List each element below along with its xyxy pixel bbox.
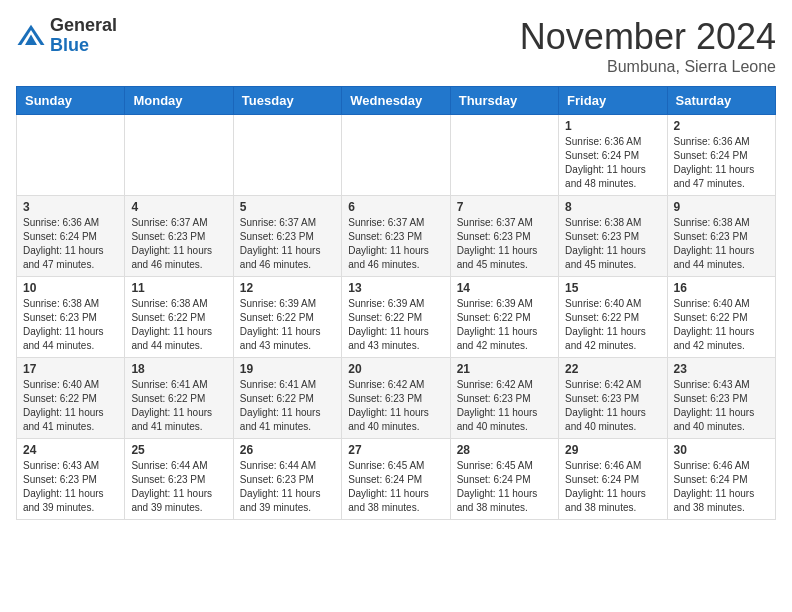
page-header: General Blue November 2024 Bumbuna, Sier…	[16, 16, 776, 76]
day-info: Sunrise: 6:41 AM Sunset: 6:22 PM Dayligh…	[131, 378, 226, 434]
day-cell: 2Sunrise: 6:36 AM Sunset: 6:24 PM Daylig…	[667, 115, 775, 196]
day-cell: 20Sunrise: 6:42 AM Sunset: 6:23 PM Dayli…	[342, 358, 450, 439]
day-info: Sunrise: 6:44 AM Sunset: 6:23 PM Dayligh…	[240, 459, 335, 515]
day-info: Sunrise: 6:37 AM Sunset: 6:23 PM Dayligh…	[240, 216, 335, 272]
logo-icon	[16, 21, 46, 51]
week-row-5: 24Sunrise: 6:43 AM Sunset: 6:23 PM Dayli…	[17, 439, 776, 520]
weekday-header-monday: Monday	[125, 87, 233, 115]
day-cell: 10Sunrise: 6:38 AM Sunset: 6:23 PM Dayli…	[17, 277, 125, 358]
day-cell: 5Sunrise: 6:37 AM Sunset: 6:23 PM Daylig…	[233, 196, 341, 277]
day-number: 23	[674, 362, 769, 376]
weekday-header-thursday: Thursday	[450, 87, 558, 115]
day-number: 30	[674, 443, 769, 457]
day-number: 7	[457, 200, 552, 214]
day-info: Sunrise: 6:44 AM Sunset: 6:23 PM Dayligh…	[131, 459, 226, 515]
day-cell	[233, 115, 341, 196]
weekday-header-friday: Friday	[559, 87, 667, 115]
day-number: 25	[131, 443, 226, 457]
logo-general: General	[50, 15, 117, 35]
day-cell: 24Sunrise: 6:43 AM Sunset: 6:23 PM Dayli…	[17, 439, 125, 520]
day-info: Sunrise: 6:43 AM Sunset: 6:23 PM Dayligh…	[674, 378, 769, 434]
day-cell: 9Sunrise: 6:38 AM Sunset: 6:23 PM Daylig…	[667, 196, 775, 277]
weekday-header-row: SundayMondayTuesdayWednesdayThursdayFrid…	[17, 87, 776, 115]
day-cell	[17, 115, 125, 196]
day-info: Sunrise: 6:37 AM Sunset: 6:23 PM Dayligh…	[131, 216, 226, 272]
day-cell: 3Sunrise: 6:36 AM Sunset: 6:24 PM Daylig…	[17, 196, 125, 277]
day-cell: 12Sunrise: 6:39 AM Sunset: 6:22 PM Dayli…	[233, 277, 341, 358]
day-number: 12	[240, 281, 335, 295]
weekday-header-sunday: Sunday	[17, 87, 125, 115]
day-number: 24	[23, 443, 118, 457]
day-cell	[450, 115, 558, 196]
day-info: Sunrise: 6:37 AM Sunset: 6:23 PM Dayligh…	[457, 216, 552, 272]
day-number: 18	[131, 362, 226, 376]
day-info: Sunrise: 6:45 AM Sunset: 6:24 PM Dayligh…	[457, 459, 552, 515]
weekday-header-saturday: Saturday	[667, 87, 775, 115]
day-cell: 15Sunrise: 6:40 AM Sunset: 6:22 PM Dayli…	[559, 277, 667, 358]
week-row-4: 17Sunrise: 6:40 AM Sunset: 6:22 PM Dayli…	[17, 358, 776, 439]
day-number: 28	[457, 443, 552, 457]
day-info: Sunrise: 6:38 AM Sunset: 6:22 PM Dayligh…	[131, 297, 226, 353]
day-info: Sunrise: 6:45 AM Sunset: 6:24 PM Dayligh…	[348, 459, 443, 515]
day-info: Sunrise: 6:40 AM Sunset: 6:22 PM Dayligh…	[565, 297, 660, 353]
day-info: Sunrise: 6:46 AM Sunset: 6:24 PM Dayligh…	[674, 459, 769, 515]
day-cell: 16Sunrise: 6:40 AM Sunset: 6:22 PM Dayli…	[667, 277, 775, 358]
day-cell: 14Sunrise: 6:39 AM Sunset: 6:22 PM Dayli…	[450, 277, 558, 358]
day-cell: 6Sunrise: 6:37 AM Sunset: 6:23 PM Daylig…	[342, 196, 450, 277]
day-cell: 8Sunrise: 6:38 AM Sunset: 6:23 PM Daylig…	[559, 196, 667, 277]
day-number: 5	[240, 200, 335, 214]
day-number: 27	[348, 443, 443, 457]
day-cell: 28Sunrise: 6:45 AM Sunset: 6:24 PM Dayli…	[450, 439, 558, 520]
week-row-2: 3Sunrise: 6:36 AM Sunset: 6:24 PM Daylig…	[17, 196, 776, 277]
day-info: Sunrise: 6:36 AM Sunset: 6:24 PM Dayligh…	[674, 135, 769, 191]
day-number: 13	[348, 281, 443, 295]
calendar-table: SundayMondayTuesdayWednesdayThursdayFrid…	[16, 86, 776, 520]
day-cell: 11Sunrise: 6:38 AM Sunset: 6:22 PM Dayli…	[125, 277, 233, 358]
title-block: November 2024 Bumbuna, Sierra Leone	[520, 16, 776, 76]
day-info: Sunrise: 6:42 AM Sunset: 6:23 PM Dayligh…	[565, 378, 660, 434]
day-cell: 25Sunrise: 6:44 AM Sunset: 6:23 PM Dayli…	[125, 439, 233, 520]
day-info: Sunrise: 6:39 AM Sunset: 6:22 PM Dayligh…	[348, 297, 443, 353]
day-number: 6	[348, 200, 443, 214]
day-number: 20	[348, 362, 443, 376]
week-row-3: 10Sunrise: 6:38 AM Sunset: 6:23 PM Dayli…	[17, 277, 776, 358]
day-info: Sunrise: 6:40 AM Sunset: 6:22 PM Dayligh…	[674, 297, 769, 353]
day-info: Sunrise: 6:39 AM Sunset: 6:22 PM Dayligh…	[240, 297, 335, 353]
day-number: 16	[674, 281, 769, 295]
day-info: Sunrise: 6:40 AM Sunset: 6:22 PM Dayligh…	[23, 378, 118, 434]
day-info: Sunrise: 6:42 AM Sunset: 6:23 PM Dayligh…	[457, 378, 552, 434]
day-cell: 19Sunrise: 6:41 AM Sunset: 6:22 PM Dayli…	[233, 358, 341, 439]
week-row-1: 1Sunrise: 6:36 AM Sunset: 6:24 PM Daylig…	[17, 115, 776, 196]
day-cell: 29Sunrise: 6:46 AM Sunset: 6:24 PM Dayli…	[559, 439, 667, 520]
day-number: 11	[131, 281, 226, 295]
logo: General Blue	[16, 16, 117, 56]
day-info: Sunrise: 6:38 AM Sunset: 6:23 PM Dayligh…	[23, 297, 118, 353]
day-info: Sunrise: 6:46 AM Sunset: 6:24 PM Dayligh…	[565, 459, 660, 515]
day-cell: 18Sunrise: 6:41 AM Sunset: 6:22 PM Dayli…	[125, 358, 233, 439]
day-number: 2	[674, 119, 769, 133]
day-cell: 13Sunrise: 6:39 AM Sunset: 6:22 PM Dayli…	[342, 277, 450, 358]
month-title: November 2024	[520, 16, 776, 58]
day-info: Sunrise: 6:41 AM Sunset: 6:22 PM Dayligh…	[240, 378, 335, 434]
day-cell: 4Sunrise: 6:37 AM Sunset: 6:23 PM Daylig…	[125, 196, 233, 277]
day-cell: 1Sunrise: 6:36 AM Sunset: 6:24 PM Daylig…	[559, 115, 667, 196]
day-number: 22	[565, 362, 660, 376]
location: Bumbuna, Sierra Leone	[520, 58, 776, 76]
day-number: 1	[565, 119, 660, 133]
day-number: 4	[131, 200, 226, 214]
day-cell: 27Sunrise: 6:45 AM Sunset: 6:24 PM Dayli…	[342, 439, 450, 520]
day-number: 19	[240, 362, 335, 376]
day-number: 10	[23, 281, 118, 295]
day-info: Sunrise: 6:38 AM Sunset: 6:23 PM Dayligh…	[565, 216, 660, 272]
day-cell: 17Sunrise: 6:40 AM Sunset: 6:22 PM Dayli…	[17, 358, 125, 439]
day-cell: 7Sunrise: 6:37 AM Sunset: 6:23 PM Daylig…	[450, 196, 558, 277]
day-number: 26	[240, 443, 335, 457]
day-info: Sunrise: 6:43 AM Sunset: 6:23 PM Dayligh…	[23, 459, 118, 515]
day-number: 29	[565, 443, 660, 457]
day-number: 3	[23, 200, 118, 214]
day-info: Sunrise: 6:42 AM Sunset: 6:23 PM Dayligh…	[348, 378, 443, 434]
day-cell: 23Sunrise: 6:43 AM Sunset: 6:23 PM Dayli…	[667, 358, 775, 439]
day-number: 21	[457, 362, 552, 376]
day-cell	[125, 115, 233, 196]
day-number: 17	[23, 362, 118, 376]
